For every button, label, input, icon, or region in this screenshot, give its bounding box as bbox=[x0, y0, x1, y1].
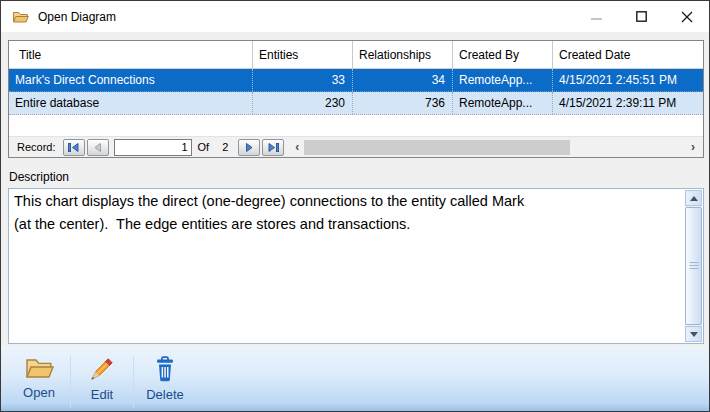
record-of-label: Of bbox=[198, 141, 210, 153]
close-button[interactable] bbox=[664, 1, 709, 32]
table-row[interactable]: Entire database 230 736 RemoteApp... 4/1… bbox=[9, 92, 703, 115]
diagram-grid: Title Entities Relationships Created By … bbox=[8, 40, 704, 158]
close-icon bbox=[681, 11, 693, 23]
cell-entities: 230 bbox=[253, 92, 353, 114]
grid-header-row: Title Entities Relationships Created By … bbox=[9, 41, 703, 69]
horizontal-scrollbar[interactable]: ‹ › bbox=[290, 139, 703, 156]
first-record-icon bbox=[68, 143, 79, 152]
scroll-up-button[interactable] bbox=[685, 190, 702, 206]
delete-button-label: Delete bbox=[146, 387, 184, 402]
scroll-down-icon bbox=[690, 332, 698, 337]
open-diagram-dialog: Open Diagram Title Entities Relationship… bbox=[0, 0, 710, 412]
column-header-title[interactable]: Title bbox=[9, 41, 253, 68]
delete-trash-icon bbox=[153, 356, 177, 382]
open-folder-icon bbox=[24, 356, 54, 380]
next-record-button[interactable] bbox=[238, 139, 260, 156]
column-header-relationships[interactable]: Relationships bbox=[353, 41, 453, 68]
edit-button[interactable]: Edit bbox=[74, 356, 130, 402]
bottom-toolbar: Open Edit Delete bbox=[1, 347, 709, 411]
previous-record-icon bbox=[93, 143, 102, 152]
toolbar-separator bbox=[133, 356, 134, 408]
open-button-label: Open bbox=[23, 385, 55, 400]
first-record-button[interactable] bbox=[63, 139, 85, 156]
record-total-label: 2 bbox=[222, 141, 228, 153]
edit-button-label: Edit bbox=[91, 387, 113, 402]
description-label: Description bbox=[9, 170, 69, 184]
cell-created-date: 4/15/2021 2:39:11 PM bbox=[553, 92, 703, 114]
record-number-input[interactable] bbox=[114, 139, 192, 156]
folder-icon bbox=[12, 10, 29, 24]
scroll-up-icon bbox=[690, 196, 698, 201]
scroll-down-button[interactable] bbox=[685, 326, 702, 342]
vertical-scrollbar-thumb[interactable] bbox=[685, 207, 702, 325]
last-record-button[interactable] bbox=[262, 139, 284, 156]
minimize-button[interactable] bbox=[574, 1, 619, 32]
previous-record-button[interactable] bbox=[87, 139, 109, 156]
description-box: This chart displays the direct (one-degr… bbox=[8, 188, 704, 344]
maximize-button[interactable] bbox=[619, 1, 664, 32]
toolbar-separator bbox=[70, 356, 71, 408]
description-text[interactable]: This chart displays the direct (one-degr… bbox=[9, 189, 683, 343]
scroll-right-icon[interactable]: › bbox=[686, 139, 700, 156]
cell-entities: 33 bbox=[253, 69, 353, 91]
column-header-created-date[interactable]: Created Date bbox=[553, 41, 703, 68]
cell-title: Mark's Direct Connections bbox=[9, 69, 253, 91]
cell-relationships: 34 bbox=[353, 69, 453, 91]
cell-title: Entire database bbox=[9, 92, 253, 114]
titlebar: Open Diagram bbox=[1, 1, 709, 32]
column-header-created-by[interactable]: Created By bbox=[453, 41, 553, 68]
last-record-icon bbox=[268, 143, 279, 152]
table-row-selected[interactable]: Mark's Direct Connections 33 34 RemoteAp… bbox=[9, 69, 703, 92]
delete-button[interactable]: Delete bbox=[137, 356, 193, 402]
cell-created-by: RemoteApp... bbox=[453, 69, 553, 91]
cell-relationships: 736 bbox=[353, 92, 453, 114]
edit-pencil-icon bbox=[89, 356, 115, 382]
maximize-icon bbox=[636, 11, 647, 22]
scroll-left-icon[interactable]: ‹ bbox=[290, 141, 304, 153]
record-label: Record: bbox=[17, 141, 56, 153]
window-title: Open Diagram bbox=[38, 10, 116, 24]
horizontal-scrollbar-thumb[interactable] bbox=[304, 140, 570, 155]
vertical-scrollbar[interactable] bbox=[685, 190, 702, 342]
next-record-icon bbox=[245, 143, 254, 152]
window-controls bbox=[574, 1, 709, 32]
column-header-entities[interactable]: Entities bbox=[253, 41, 353, 68]
record-navigator: Record: Of 2 bbox=[9, 136, 703, 157]
minimize-icon bbox=[591, 11, 602, 22]
cell-created-date: 4/15/2021 2:45:51 PM bbox=[553, 69, 703, 91]
open-button[interactable]: Open bbox=[11, 356, 67, 400]
cell-created-by: RemoteApp... bbox=[453, 92, 553, 114]
